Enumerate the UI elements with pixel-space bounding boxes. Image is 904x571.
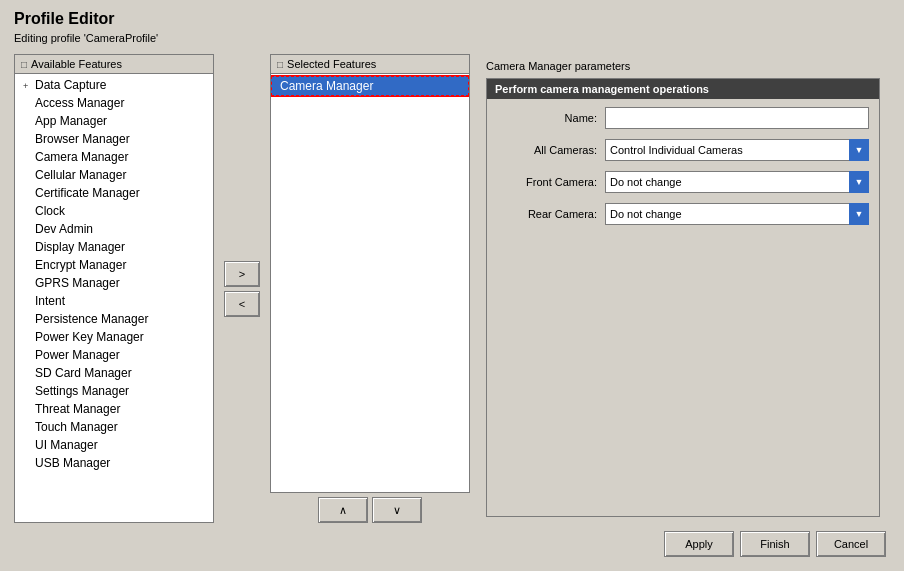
select-wrapper: Do not changeEnableDisable▼ bbox=[605, 203, 869, 225]
form-label: Name: bbox=[497, 112, 597, 124]
available-item[interactable]: Browser Manager bbox=[15, 130, 213, 148]
params-panel: Camera Manager parameters Perform camera… bbox=[476, 54, 890, 523]
available-item[interactable]: Dev Admin bbox=[15, 220, 213, 238]
form-row: Rear Camera:Do not changeEnableDisable▼ bbox=[497, 203, 869, 225]
available-item[interactable]: Certificate Manager bbox=[15, 184, 213, 202]
available-features-list: +Data CaptureAccess ManagerApp ManagerBr… bbox=[15, 74, 213, 522]
selected-features-list: Camera Manager bbox=[271, 74, 469, 492]
add-feature-button[interactable]: > bbox=[224, 261, 260, 287]
available-features-panel: □ Available Features +Data CaptureAccess… bbox=[14, 54, 214, 523]
main-content: □ Available Features +Data CaptureAccess… bbox=[14, 54, 890, 523]
available-item[interactable]: Access Manager bbox=[15, 94, 213, 112]
selected-features-label: Selected Features bbox=[287, 58, 376, 70]
available-features-label: Available Features bbox=[31, 58, 122, 70]
available-item[interactable]: SD Card Manager bbox=[15, 364, 213, 382]
available-item[interactable]: Persistence Manager bbox=[15, 310, 213, 328]
available-item[interactable]: Settings Manager bbox=[15, 382, 213, 400]
available-item[interactable]: Cellular Manager bbox=[15, 166, 213, 184]
available-item[interactable]: Camera Manager bbox=[15, 148, 213, 166]
move-down-button[interactable]: ∨ bbox=[372, 497, 422, 523]
available-item[interactable]: Threat Manager bbox=[15, 400, 213, 418]
form-row: Front Camera:Do not changeEnableDisable▼ bbox=[497, 171, 869, 193]
form-row: All Cameras:Control Individual CamerasEn… bbox=[497, 139, 869, 161]
available-item[interactable]: USB Manager bbox=[15, 454, 213, 472]
available-item[interactable]: Encrypt Manager bbox=[15, 256, 213, 274]
available-item[interactable]: Power Manager bbox=[15, 346, 213, 364]
dialog-subtitle: Editing profile 'CameraProfile' bbox=[14, 32, 890, 44]
profile-editor-dialog: Profile Editor Editing profile 'CameraPr… bbox=[0, 0, 904, 571]
available-item[interactable]: Display Manager bbox=[15, 238, 213, 256]
camera-select[interactable]: Do not changeEnableDisable bbox=[605, 171, 869, 193]
dialog-title: Profile Editor bbox=[14, 10, 890, 28]
transfer-buttons: > < bbox=[220, 54, 264, 523]
available-item[interactable]: Power Key Manager bbox=[15, 328, 213, 346]
finish-button[interactable]: Finish bbox=[740, 531, 810, 557]
params-title: Camera Manager parameters bbox=[486, 60, 880, 72]
camera-select[interactable]: Do not changeEnableDisable bbox=[605, 203, 869, 225]
selected-expand-icon: □ bbox=[277, 59, 283, 70]
form-label: All Cameras: bbox=[497, 144, 597, 156]
move-up-button[interactable]: ∧ bbox=[318, 497, 368, 523]
apply-button[interactable]: Apply bbox=[664, 531, 734, 557]
params-inner: Perform camera management operations Nam… bbox=[486, 78, 880, 517]
name-input[interactable] bbox=[605, 107, 869, 129]
selected-item[interactable]: Camera Manager bbox=[271, 76, 469, 96]
available-item[interactable]: UI Manager bbox=[15, 436, 213, 454]
available-item[interactable]: Intent bbox=[15, 292, 213, 310]
params-form: Name:All Cameras:Control Individual Came… bbox=[487, 99, 879, 233]
available-item[interactable]: +Data Capture bbox=[15, 76, 213, 94]
available-item[interactable]: App Manager bbox=[15, 112, 213, 130]
available-item[interactable]: GPRS Manager bbox=[15, 274, 213, 292]
select-wrapper: Control Individual CamerasEnable AllDisa… bbox=[605, 139, 869, 161]
expand-icon: □ bbox=[21, 59, 27, 70]
camera-select[interactable]: Control Individual CamerasEnable AllDisa… bbox=[605, 139, 869, 161]
selected-features-wrapper: □ Selected Features Camera Manager ∧ ∨ bbox=[270, 54, 470, 523]
nav-buttons: ∧ ∨ bbox=[270, 497, 470, 523]
remove-feature-button[interactable]: < bbox=[224, 291, 260, 317]
selected-features-header: □ Selected Features bbox=[271, 55, 469, 74]
available-features-header: □ Available Features bbox=[15, 55, 213, 74]
form-row: Name: bbox=[497, 107, 869, 129]
selected-features-panel: □ Selected Features Camera Manager bbox=[270, 54, 470, 493]
cancel-button[interactable]: Cancel bbox=[816, 531, 886, 557]
select-wrapper: Do not changeEnableDisable▼ bbox=[605, 171, 869, 193]
form-label: Front Camera: bbox=[497, 176, 597, 188]
params-section-header: Perform camera management operations bbox=[487, 79, 879, 99]
form-label: Rear Camera: bbox=[497, 208, 597, 220]
available-item[interactable]: Touch Manager bbox=[15, 418, 213, 436]
dialog-footer: Apply Finish Cancel bbox=[14, 523, 890, 561]
available-item[interactable]: Clock bbox=[15, 202, 213, 220]
